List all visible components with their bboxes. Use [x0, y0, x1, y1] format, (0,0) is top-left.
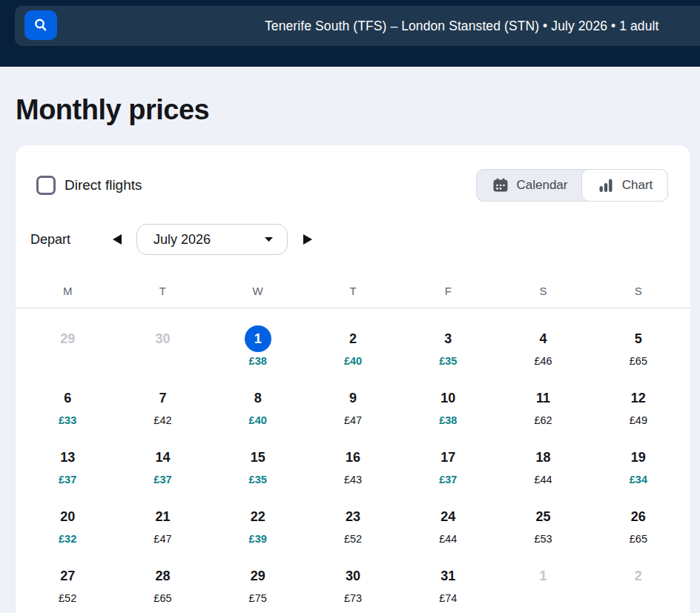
calendar-day[interactable]: 25£53 [495, 486, 590, 546]
day-number: 29 [245, 563, 271, 589]
calendar-day[interactable]: 14£37 [115, 427, 210, 486]
calendar-day[interactable]: 7£42 [115, 368, 210, 427]
calendar-day[interactable]: 30£73 [306, 546, 400, 605]
weekday-header-row: MTWTFSS [16, 285, 690, 299]
day-number: 7 [149, 385, 176, 411]
calendar-day[interactable]: 29£75 [211, 546, 306, 605]
day-price: £65 [630, 532, 647, 546]
day-number: 14 [149, 444, 176, 471]
calendar-day[interactable]: 21£47 [115, 486, 210, 546]
monthly-prices-card: Direct flights [16, 145, 690, 613]
day-number: 18 [530, 444, 557, 471]
calendar-day-adjacent-month: 29 [20, 308, 115, 368]
calendar-day[interactable]: 5£65 [591, 308, 686, 368]
view-toggle: Calendar Chart [476, 169, 668, 202]
day-number: 8 [245, 385, 271, 411]
day-price-lowest: £35 [249, 473, 267, 486]
weekday-header: M [20, 285, 115, 299]
calendar-week-row: 13£3714£3715£3516£4317£3718£4419£34 [16, 427, 690, 486]
calendar-day[interactable]: 3£35 [400, 308, 495, 368]
day-number: 29 [54, 325, 81, 352]
day-number: 30 [149, 325, 176, 352]
calendar-day[interactable]: 19£34 [591, 427, 686, 486]
month-select-dropdown[interactable]: July 2026 [136, 224, 288, 255]
day-price: £44 [439, 532, 457, 546]
day-price-lowest: £37 [153, 473, 171, 486]
calendar-day[interactable]: 15£35 [211, 427, 306, 486]
month-navigation: Depart July 2026 [30, 224, 690, 255]
calendar-day[interactable]: 20£32 [20, 486, 115, 546]
calendar-day[interactable]: 26£65 [591, 486, 686, 546]
day-price: £44 [534, 473, 552, 486]
day-price: £47 [344, 414, 362, 427]
day-number: 12 [625, 385, 652, 411]
direct-flights-checkbox[interactable] [36, 176, 56, 195]
calendar-day[interactable]: 22£39 [211, 486, 306, 546]
bar-chart-icon [597, 176, 615, 194]
previous-month-button[interactable] [108, 230, 127, 249]
day-price: £49 [630, 414, 647, 427]
calendar-day[interactable]: 6£33 [20, 368, 115, 427]
day-number: 26 [625, 503, 652, 530]
calendar-day[interactable]: 27£52 [20, 546, 115, 605]
month-select-value: July 2026 [153, 232, 211, 248]
page-title: Monthly prices [16, 94, 690, 126]
day-price-lowest: £40 [249, 414, 267, 427]
day-number: 24 [435, 503, 461, 530]
direct-flights-toggle[interactable]: Direct flights [36, 176, 142, 195]
day-number: 27 [54, 563, 81, 589]
day-number: 4 [530, 325, 557, 352]
day-number: 2 [625, 563, 652, 589]
calendar-week-row: 29301£382£403£354£465£65 [16, 308, 690, 368]
calendar-day[interactable]: 10£38 [400, 368, 495, 427]
day-price: £75 [249, 592, 267, 605]
day-price: £43 [344, 473, 362, 486]
search-icon [33, 17, 49, 33]
calendar-day[interactable]: 18£44 [495, 427, 590, 486]
day-price-lowest: £38 [249, 354, 267, 368]
next-month-button[interactable] [298, 230, 317, 249]
day-number: 31 [435, 563, 461, 589]
day-number: 10 [435, 385, 461, 411]
day-number: 3 [435, 325, 461, 352]
calendar-day[interactable]: 13£37 [20, 427, 115, 486]
day-number: 19 [625, 444, 652, 471]
top-header: Tenerife South (TFS) – London Stansted (… [0, 0, 700, 67]
day-number: 2 [340, 325, 366, 352]
calendar-day[interactable]: 28£65 [115, 546, 210, 605]
view-toggle-chart-label: Chart [622, 178, 653, 193]
day-price-lowest: £35 [439, 354, 457, 368]
calendar-day[interactable]: 12£49 [591, 368, 686, 427]
calendar-day[interactable]: 9£47 [306, 368, 400, 427]
search-button[interactable] [24, 10, 57, 40]
day-price: £73 [344, 592, 362, 605]
calendar-day[interactable]: 1£38 [211, 308, 306, 368]
calendar-day[interactable]: 23£52 [306, 486, 400, 546]
calendar-day[interactable]: 31£74 [400, 546, 495, 605]
calendar-day[interactable]: 8£40 [211, 368, 306, 427]
day-price: £47 [153, 532, 171, 546]
day-number: 23 [340, 503, 366, 530]
calendar-day[interactable]: 4£46 [495, 308, 590, 368]
view-toggle-chart[interactable]: Chart [581, 169, 668, 202]
day-price-lowest: £33 [59, 414, 76, 427]
day-number: 28 [149, 563, 176, 589]
calendar-day[interactable]: 16£43 [306, 427, 400, 486]
view-toggle-calendar-label: Calendar [517, 178, 568, 193]
day-price: £46 [534, 354, 552, 368]
calendar-day[interactable]: 2£40 [306, 308, 400, 368]
view-toggle-calendar[interactable]: Calendar [477, 170, 582, 201]
depart-label: Depart [30, 232, 94, 248]
weekday-header: S [495, 285, 590, 299]
calendar-day[interactable]: 17£37 [400, 427, 495, 486]
search-summary-bar[interactable]: Tenerife South (TFS) – London Stansted (… [15, 6, 700, 46]
calendar-day[interactable]: 24£44 [400, 486, 495, 546]
day-price-lowest: £32 [59, 532, 76, 546]
day-number: 15 [245, 444, 271, 471]
weekday-header: W [211, 285, 306, 299]
direct-flights-label: Direct flights [65, 177, 142, 193]
calendar-day[interactable]: 11£62 [495, 368, 590, 427]
day-number: 6 [54, 385, 81, 411]
calendar-day-adjacent-month: 1 [495, 546, 590, 605]
day-price: £52 [59, 592, 76, 605]
